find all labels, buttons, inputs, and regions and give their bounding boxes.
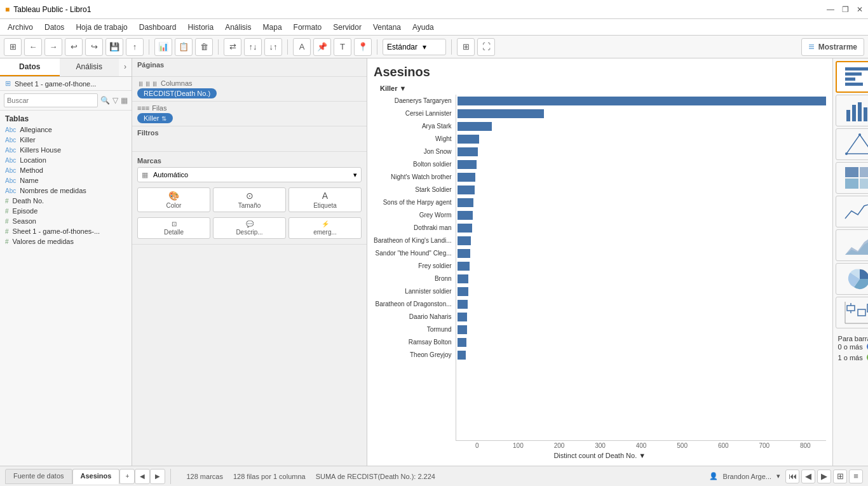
menu-formato[interactable]: Formato: [288, 22, 327, 33]
field-episode[interactable]: # Episode: [0, 206, 132, 216]
menu-datos[interactable]: Datos: [39, 22, 69, 33]
rows-pill[interactable]: Killer ⇅: [137, 113, 173, 123]
bar-row[interactable]: [456, 209, 826, 222]
grid-btn[interactable]: ⊞: [833, 469, 847, 483]
bar-row[interactable]: [456, 133, 826, 145]
menu-mapa[interactable]: Mapa: [258, 22, 287, 33]
field-killers-house[interactable]: Abc Killers House: [0, 145, 132, 155]
move-sheet-right[interactable]: ▶: [150, 469, 165, 484]
sort-desc[interactable]: ↓↑: [264, 38, 282, 56]
new-sheet[interactable]: 📊: [154, 38, 172, 56]
marks-type-dropdown[interactable]: ▦ Automático ▾: [137, 167, 362, 182]
menu-ventana[interactable]: Ventana: [368, 22, 406, 33]
bar-row[interactable]: [456, 158, 826, 171]
user-dropdown-chevron[interactable]: ▾: [776, 472, 780, 480]
menu-dashboard[interactable]: Dashboard: [134, 22, 182, 33]
mostrarme-button[interactable]: ≡ Mostrarme: [801, 38, 864, 56]
color-btn[interactable]: 🎨 Color: [137, 187, 210, 212]
label-btn[interactable]: A Etiqueta: [288, 187, 362, 212]
chart-type-boxplot[interactable]: [836, 297, 868, 328]
tab-datos[interactable]: Datos: [0, 58, 60, 76]
bar-row[interactable]: [456, 323, 826, 336]
menu-servidor[interactable]: Servidor: [328, 22, 367, 33]
chart-type-scatter[interactable]: [836, 128, 868, 160]
size-btn[interactable]: ⊙ Tamaño: [213, 187, 286, 212]
next-btn[interactable]: ▶: [817, 469, 831, 483]
search-input[interactable]: [4, 93, 98, 107]
undo-button[interactable]: ↩: [65, 38, 83, 56]
clear-sheet[interactable]: 🗑: [195, 38, 213, 56]
menu-hoja[interactable]: Hoja de trabajo: [71, 22, 132, 33]
swap-btn[interactable]: ⇄: [224, 38, 241, 56]
menu-archivo[interactable]: Archivo: [3, 22, 38, 33]
tab-fuente[interactable]: Fuente de datos: [5, 469, 72, 484]
menu-ayuda[interactable]: Ayuda: [407, 22, 439, 33]
menu-analisis[interactable]: Análisis: [220, 22, 256, 33]
save-button[interactable]: 💾: [105, 38, 123, 56]
field-sheet1[interactable]: # Sheet 1 - game-of-thones-...: [0, 226, 132, 236]
bar-row[interactable]: [456, 298, 826, 311]
bar-row[interactable]: [456, 184, 826, 196]
columns-pill[interactable]: RECDIST(Death No.): [137, 88, 217, 98]
field-name[interactable]: Abc Name: [0, 175, 132, 186]
bar-row[interactable]: [456, 145, 826, 158]
prev-btn[interactable]: ◀: [801, 469, 815, 483]
datasource-row[interactable]: ⊞ Sheet 1 - game-of-thone...: [0, 77, 132, 91]
field-method[interactable]: Abc Method: [0, 165, 132, 175]
bar-row[interactable]: [456, 222, 826, 234]
shape-btn[interactable]: ⚡ emerg...: [288, 217, 362, 239]
tab-analysis[interactable]: Análisis: [60, 58, 119, 76]
panel-close-btn[interactable]: ›: [119, 58, 132, 76]
minimize-button[interactable]: —: [827, 5, 834, 14]
fit-view[interactable]: ⛶: [477, 38, 495, 56]
tooltip-btn[interactable]: 💬 Descrip...: [213, 217, 286, 239]
pin-btn[interactable]: 📍: [354, 38, 372, 56]
grid-view[interactable]: ⊞: [457, 38, 475, 56]
move-sheet-left[interactable]: ◀: [135, 469, 150, 484]
filter-icon[interactable]: ▽: [112, 96, 118, 105]
bar-row[interactable]: [456, 349, 826, 361]
chart-type-dual-area[interactable]: [836, 229, 868, 261]
tab-asesinos[interactable]: Asesinos: [72, 469, 120, 484]
bar-row[interactable]: [456, 196, 826, 209]
search-icon[interactable]: 🔍: [100, 96, 110, 105]
field-nombres-medidas[interactable]: Abc Nombres de medidas: [0, 186, 132, 196]
redo-button[interactable]: ↪: [85, 38, 103, 56]
bar-row[interactable]: [456, 171, 826, 184]
duplicate-sheet[interactable]: 📋: [175, 38, 193, 56]
view-toggle-icon[interactable]: ▦: [121, 96, 128, 105]
add-sheet-btn[interactable]: +: [119, 469, 135, 484]
bar-row[interactable]: [456, 311, 826, 323]
field-valores-medidas[interactable]: # Valores de medidas: [0, 236, 132, 246]
bar-row[interactable]: [456, 285, 826, 298]
bar-row[interactable]: [456, 95, 826, 107]
prev-page[interactable]: ⏮: [785, 469, 799, 483]
bar-row[interactable]: [456, 234, 826, 247]
bar-row[interactable]: [456, 260, 826, 273]
sort-asc[interactable]: ↑↓: [244, 38, 262, 56]
bar-row[interactable]: [456, 273, 826, 285]
detail-btn[interactable]: ⊡ Detalle: [137, 217, 210, 239]
chart-type-pie[interactable]: [836, 263, 868, 295]
field-season[interactable]: # Season: [0, 216, 132, 226]
chart-type-bar-horizontal[interactable]: [836, 61, 868, 93]
chart-type-heatmap[interactable]: [836, 162, 868, 194]
home-button[interactable]: ⊞: [4, 38, 22, 56]
back-button[interactable]: ←: [24, 38, 42, 56]
bar-row[interactable]: [456, 120, 826, 133]
list-btn[interactable]: ≡: [849, 469, 863, 483]
field-death-no[interactable]: # Death No.: [0, 196, 132, 206]
menu-historia[interactable]: Historia: [182, 22, 219, 33]
close-button[interactable]: ✕: [857, 5, 863, 14]
bar-row[interactable]: [456, 336, 826, 349]
bar-row[interactable]: [456, 247, 826, 260]
label-btn[interactable]: A: [293, 38, 311, 56]
publish-button[interactable]: ↑: [126, 38, 144, 56]
standard-dropdown[interactable]: Estándar ▾: [383, 39, 446, 55]
field-allegiance[interactable]: Abc Allegiance: [0, 125, 132, 135]
forward-button[interactable]: →: [44, 38, 62, 56]
text-btn[interactable]: T: [334, 38, 351, 56]
chart-type-line[interactable]: [836, 196, 868, 227]
field-location[interactable]: Abc Location: [0, 155, 132, 165]
bar-row[interactable]: [456, 107, 826, 120]
